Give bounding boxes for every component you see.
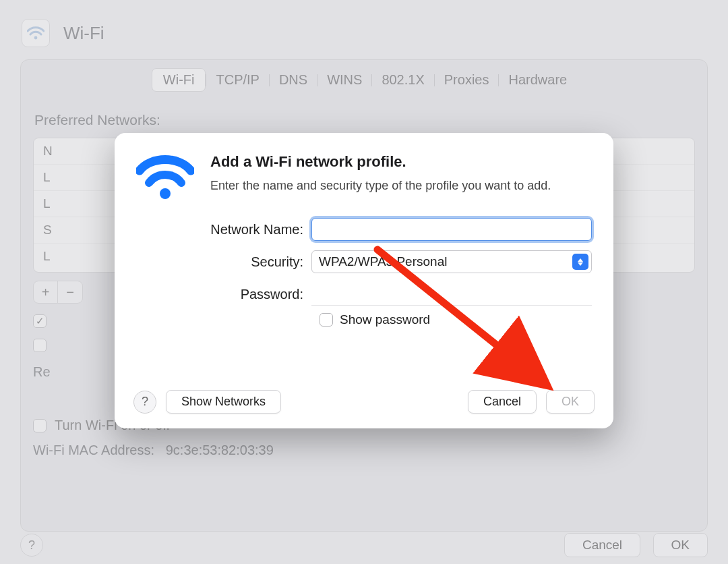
password-input[interactable] <box>311 283 592 306</box>
dialog-subtitle: Enter the name and security type of the … <box>210 177 551 194</box>
network-name-label: Network Name: <box>136 222 311 237</box>
dialog-ok-button[interactable]: OK <box>546 390 595 414</box>
security-select[interactable]: WPA2/WPA3 Personal <box>311 250 592 273</box>
svg-point-1 <box>160 188 171 199</box>
show-password-checkbox[interactable] <box>320 313 333 327</box>
dialog-title: Add a Wi-Fi network profile. <box>210 153 551 171</box>
dialog-cancel-button[interactable]: Cancel <box>468 390 537 414</box>
show-networks-button[interactable]: Show Networks <box>166 390 281 414</box>
show-password-label: Show password <box>340 312 430 327</box>
security-select-value: WPA2/WPA3 Personal <box>319 254 447 269</box>
dialog-help-button[interactable]: ? <box>133 391 156 414</box>
dialog-form: Network Name: Security: WPA2/WPA3 Person… <box>136 218 592 327</box>
password-label: Password: <box>136 287 311 302</box>
network-name-input[interactable] <box>311 218 592 241</box>
add-wifi-profile-dialog: Add a Wi-Fi network profile. Enter the n… <box>115 133 613 428</box>
chevron-updown-icon <box>572 254 588 270</box>
wifi-icon <box>136 153 194 200</box>
security-label: Security: <box>136 254 311 270</box>
